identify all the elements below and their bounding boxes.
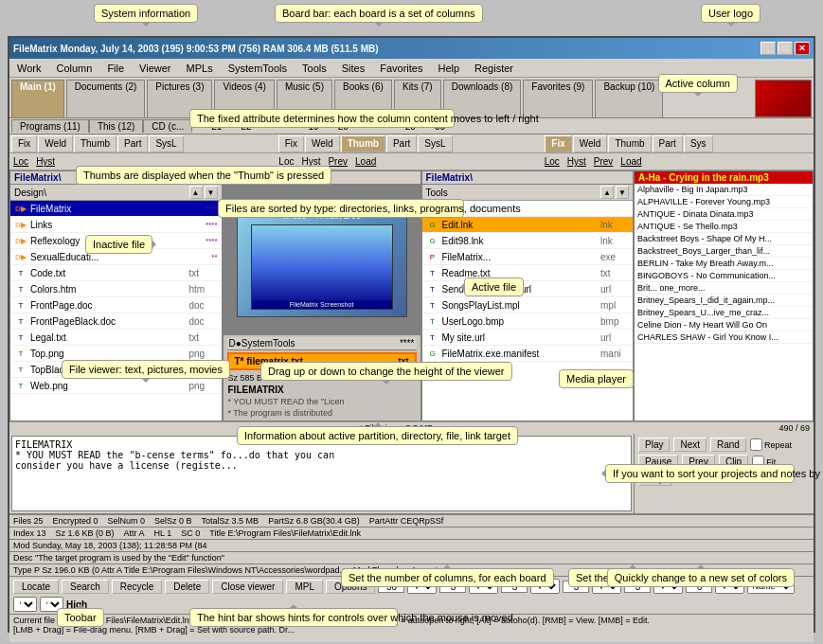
music-item[interactable]: Alphaville - Big In Japan.mp3 xyxy=(635,184,813,196)
menu-file[interactable]: File xyxy=(103,62,128,75)
status-bar-2: Index 13 Sz 1.6 KB (0 B) Attr A HL 1 SC … xyxy=(9,527,814,539)
right-file-readme[interactable]: T Readme.txt txt xyxy=(422,265,634,281)
loc-3[interactable]: Loc xyxy=(545,156,560,167)
rand-button[interactable]: Rand xyxy=(710,438,746,452)
loc-1[interactable]: Loc xyxy=(13,156,28,167)
music-item[interactable]: BERLIN - Take My Breath Away.m... xyxy=(635,258,813,270)
btn-sysl-2[interactable]: SysL xyxy=(418,135,452,152)
hyst-1[interactable]: Hyst xyxy=(36,156,55,167)
menu-systemtools[interactable]: SystemTools xyxy=(224,62,291,75)
btn-part-3[interactable]: Part xyxy=(653,135,683,152)
file-item-filematrix[interactable]: D▶ FileMatrix **** xyxy=(10,201,222,217)
right-file-mpl[interactable]: T SongsPlayList.mpl mpl xyxy=(422,297,634,313)
tab-cd[interactable]: CD (c... xyxy=(143,119,192,133)
menu-favorites[interactable]: Favorites xyxy=(376,62,426,75)
btn-part-2[interactable]: Part xyxy=(386,135,417,152)
music-item[interactable]: Brit... one_more... xyxy=(635,282,813,295)
search-button[interactable]: Search xyxy=(62,580,109,594)
right-file-editlnk[interactable]: G Edit.lnk lnk xyxy=(422,217,634,233)
prev-3[interactable]: Prev xyxy=(594,156,614,167)
next-button[interactable]: Next xyxy=(673,438,707,452)
music-item[interactable]: CHARLES SHAW - Girl You Know I... xyxy=(635,331,813,344)
play-button[interactable]: Play xyxy=(638,438,670,452)
music-item[interactable]: ANTIQUE - Se Thello.mp3 xyxy=(635,221,813,233)
close-viewer-button[interactable]: Close viewer xyxy=(212,580,283,594)
music-item[interactable]: Britney_Spears_I_did_it_again.mp... xyxy=(635,295,813,307)
tab-favorites[interactable]: Favorites (9) xyxy=(523,80,593,117)
file-item-frontpageblack[interactable]: T FrontPageBlack.doc doc xyxy=(10,313,222,330)
file-item-colors[interactable]: T Colors.htm htm xyxy=(10,281,222,297)
recycle-button[interactable]: Recycle xyxy=(112,580,163,594)
btn-fix-1[interactable]: Fix xyxy=(11,135,37,152)
close-button[interactable]: ✕ xyxy=(795,42,810,55)
maximize-button[interactable]: □ xyxy=(778,42,793,55)
right-file-email[interactable]: T Send me an email.url url xyxy=(422,281,634,297)
btn-fix-2[interactable]: Fix xyxy=(278,135,304,152)
music-item[interactable]: Celine Dion - My Heart Will Go On xyxy=(635,319,813,331)
prev-2[interactable]: Prev xyxy=(328,156,348,167)
tab-documents[interactable]: Documents (2) xyxy=(66,80,146,117)
file-item-frontpage[interactable]: T FrontPage.doc doc xyxy=(10,297,222,313)
right-scroll-down[interactable]: ▼ xyxy=(616,186,629,199)
right-scroll-up[interactable]: ▲ xyxy=(600,186,614,199)
hyst-3[interactable]: Hyst xyxy=(567,156,586,167)
tab-backup[interactable]: Backup (10) xyxy=(595,80,663,117)
btn-weld-3[interactable]: Weld xyxy=(573,135,608,152)
dir-icon: D▶ xyxy=(14,234,27,247)
file-item-legal[interactable]: T Legal.txt txt xyxy=(10,330,222,346)
music-item[interactable]: ALPHAVILLE - Forever Young.mp3 xyxy=(635,196,813,208)
tab-downloads[interactable]: Downloads (8) xyxy=(443,80,521,117)
left-scroll-down[interactable]: ▼ xyxy=(205,186,218,199)
delete-button[interactable]: Delete xyxy=(165,580,209,594)
menu-register[interactable]: Register xyxy=(471,62,517,75)
music-item[interactable]: Backstreet Boys - Shape Of My H... xyxy=(635,233,813,245)
tab-main[interactable]: Main (1) xyxy=(11,80,64,117)
btn-weld-2[interactable]: Weld xyxy=(305,135,340,152)
txt-icon: T xyxy=(426,266,439,279)
txt-icon: T xyxy=(14,298,27,312)
btn-weld-1[interactable]: Weld xyxy=(38,135,73,152)
right-file-manifest[interactable]: G FileMatrix.exe.manifest mani xyxy=(422,346,634,362)
menu-viewer[interactable]: Viewer xyxy=(135,62,174,75)
file-viewer[interactable]: FILEMATRIX* YOU MUST READ the "b-cense t… xyxy=(11,436,632,511)
music-item[interactable]: BINGOBOYS - No Communication... xyxy=(635,270,813,282)
menu-column[interactable]: Column xyxy=(52,62,96,75)
left-scroll-up[interactable]: ▲ xyxy=(189,186,203,199)
txt-icon: T xyxy=(14,314,27,328)
sort-dir-select[interactable]: ▼ xyxy=(13,597,37,612)
btn-sys-3[interactable]: Sys xyxy=(684,135,713,152)
tab-programs[interactable]: Programs (11) xyxy=(11,119,89,133)
locate-button[interactable]: Locate xyxy=(13,580,59,594)
menu-mpls[interactable]: MPLs xyxy=(183,62,217,75)
btn-part-1[interactable]: Part xyxy=(117,135,148,152)
btn-thumb-1[interactable]: Thumb xyxy=(74,135,116,152)
music-item[interactable]: Backstreet_Boys_Larger_than_lif... xyxy=(635,245,813,258)
mpl-button[interactable]: MPL xyxy=(286,580,323,594)
right-file-mysite[interactable]: T My site.url url xyxy=(422,330,634,346)
minimize-button[interactable]: _ xyxy=(760,42,776,55)
right-file-edit98[interactable]: G Edit98.lnk lnk xyxy=(422,233,634,249)
tab-this[interactable]: This (12) xyxy=(89,119,143,133)
btn-fix-3[interactable]: Fix xyxy=(545,135,571,152)
music-item[interactable]: Britney_Spears_U...ive_me_craz... xyxy=(635,307,813,319)
load-2[interactable]: Load xyxy=(355,156,376,167)
music-item[interactable]: ANTIQUE - Dinata Dinata.mp3 xyxy=(635,208,813,221)
file-item-code[interactable]: T Code.txt txt xyxy=(10,265,222,281)
lnk-icon: G xyxy=(426,234,439,247)
btn-thumb-3[interactable]: Thumb xyxy=(608,135,651,152)
right-file-filematrix-exe[interactable]: P FileMatrix... exe xyxy=(422,249,634,265)
repeat-checkbox[interactable] xyxy=(750,438,762,451)
status-hl: HL 1 xyxy=(154,528,172,538)
load-3[interactable]: Load xyxy=(620,156,641,167)
annotation-fixed-attr: The fixed attribute determines how the c… xyxy=(189,109,455,128)
menu-help[interactable]: Help xyxy=(434,62,463,75)
btn-thumb-2[interactable]: Thumb xyxy=(341,135,385,152)
menu-sites[interactable]: Sites xyxy=(338,62,368,75)
right-file-userlogo[interactable]: T UserLogo.bmp bmp xyxy=(422,313,634,330)
menu-work[interactable]: Work xyxy=(13,62,45,75)
repeat-checkbox-label: Repeat xyxy=(750,438,792,451)
menu-tools[interactable]: Tools xyxy=(298,62,331,75)
file-item-web[interactable]: T Web.png png xyxy=(10,378,222,394)
btn-sysl-1[interactable]: SysL xyxy=(149,135,183,152)
file-item-links[interactable]: D▶ Links **** xyxy=(10,217,222,233)
